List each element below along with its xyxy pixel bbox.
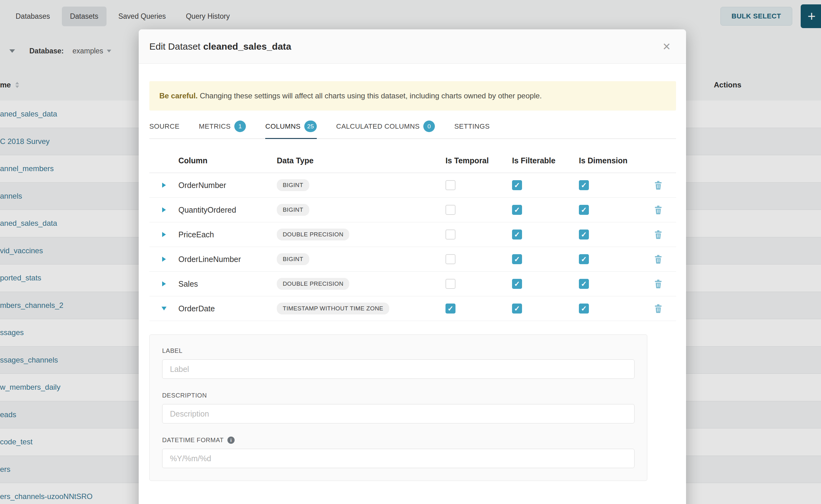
column-row: PriceEach DOUBLE PRECISION	[149, 222, 676, 247]
column-name: OrderNumber	[178, 181, 277, 190]
is-filterable-checkbox[interactable]	[512, 279, 522, 289]
is-temporal-checkbox[interactable]	[446, 304, 456, 314]
is-temporal-checkbox[interactable]	[446, 230, 456, 240]
close-icon[interactable]: ×	[661, 40, 672, 53]
is-dimension-header: Is Dimension	[579, 156, 641, 165]
info-icon[interactable]	[227, 437, 235, 444]
column-name: PriceEach	[178, 230, 277, 239]
is-dimension-checkbox[interactable]	[579, 230, 589, 240]
column-name: QuantityOrdered	[178, 205, 277, 215]
is-temporal-checkbox[interactable]	[446, 254, 456, 264]
is-filterable-checkbox[interactable]	[512, 254, 522, 264]
modal-title-dataset-name: cleaned_sales_data	[203, 41, 291, 52]
is-temporal-checkbox[interactable]	[446, 205, 456, 215]
tab-columns[interactable]: COLUMNS 25	[265, 121, 317, 138]
is-filterable-checkbox[interactable]	[512, 304, 522, 314]
is-dimension-checkbox[interactable]	[579, 205, 589, 215]
collapse-caret-icon[interactable]	[161, 307, 166, 310]
delete-column-icon[interactable]	[654, 230, 662, 239]
is-dimension-checkbox[interactable]	[579, 279, 589, 289]
is-temporal-checkbox[interactable]	[446, 279, 456, 289]
modal-body: Be careful. Changing these settings will…	[139, 64, 686, 481]
delete-column-icon[interactable]	[654, 205, 662, 215]
tab-source[interactable]: SOURCE	[149, 121, 180, 138]
tab-calculated-columns-label: CALCULATED COLUMNS	[336, 122, 420, 131]
warning-banner: Be careful. Changing these settings will…	[149, 81, 676, 111]
column-name: OrderDate	[178, 304, 277, 313]
columns-count-badge: 25	[304, 121, 317, 132]
calculated-columns-count-badge: 0	[423, 121, 435, 132]
expand-caret-icon[interactable]	[162, 207, 166, 212]
tab-metrics-label: METRICS	[199, 122, 231, 131]
is-temporal-checkbox[interactable]	[446, 180, 456, 190]
warning-text: Changing these settings will affect all …	[198, 91, 542, 100]
expand-caret-icon[interactable]	[162, 281, 166, 286]
column-detail-panel: LABEL DESCRIPTION DATETIME FORMAT	[149, 334, 647, 481]
tab-columns-label: COLUMNS	[265, 122, 300, 131]
label-field-label: LABEL	[162, 347, 635, 354]
datetime-format-label-text: DATETIME FORMAT	[162, 437, 224, 444]
is-dimension-checkbox[interactable]	[579, 304, 589, 314]
modal-title-prefix: Edit Dataset	[149, 41, 200, 52]
delete-column-icon[interactable]	[654, 279, 662, 289]
column-row: OrderNumber BIGINT	[149, 173, 676, 198]
label-field: LABEL	[162, 347, 635, 379]
column-name: Sales	[178, 279, 277, 289]
label-input[interactable]	[162, 359, 635, 379]
data-type-header: Data Type	[277, 156, 446, 165]
data-type-pill: BIGINT	[277, 253, 309, 265]
tab-calculated-columns[interactable]: CALCULATED COLUMNS 0	[336, 121, 435, 138]
expand-caret-icon[interactable]	[162, 183, 166, 188]
data-type-pill: BIGINT	[277, 204, 309, 216]
column-row: Sales DOUBLE PRECISION	[149, 272, 676, 296]
tab-metrics[interactable]: METRICS 1	[199, 121, 246, 138]
data-type-pill: DOUBLE PRECISION	[277, 278, 349, 290]
column-name: OrderLineNumber	[178, 255, 277, 264]
column-header: Column	[178, 156, 277, 165]
data-type-pill: DOUBLE PRECISION	[277, 229, 349, 240]
description-field-label: DESCRIPTION	[162, 392, 635, 399]
datetime-format-input[interactable]	[162, 449, 635, 468]
delete-column-icon[interactable]	[654, 255, 662, 264]
delete-column-icon[interactable]	[654, 304, 662, 313]
tab-source-label: SOURCE	[149, 122, 180, 131]
modal-header: Edit Datasetcleaned_sales_data ×	[139, 29, 686, 64]
is-dimension-checkbox[interactable]	[579, 254, 589, 264]
datetime-format-field-label: DATETIME FORMAT	[162, 437, 635, 444]
is-temporal-header: Is Temporal	[446, 156, 512, 165]
is-filterable-header: Is Filterable	[512, 156, 579, 165]
edit-dataset-modal: Edit Datasetcleaned_sales_data × Be care…	[139, 29, 686, 504]
column-row: QuantityOrdered BIGINT	[149, 198, 676, 222]
data-type-pill: TIMESTAMP WITHOUT TIME ZONE	[277, 303, 389, 314]
column-row-expanded: OrderDate TIMESTAMP WITHOUT TIME ZONE	[149, 296, 676, 321]
metrics-count-badge: 1	[234, 121, 246, 132]
modal-title: Edit Datasetcleaned_sales_data	[149, 41, 291, 52]
data-type-pill: BIGINT	[277, 179, 309, 191]
tab-settings-label: SETTINGS	[454, 122, 490, 131]
is-filterable-checkbox[interactable]	[512, 180, 522, 190]
warning-bold-text: Be careful.	[159, 91, 198, 100]
description-field: DESCRIPTION	[162, 392, 635, 423]
description-input[interactable]	[162, 404, 635, 423]
is-dimension-checkbox[interactable]	[579, 180, 589, 190]
modal-tabs: SOURCE METRICS 1 COLUMNS 25 CALCULATED C…	[149, 121, 676, 139]
datetime-format-field: DATETIME FORMAT	[162, 437, 635, 468]
expand-caret-icon[interactable]	[162, 232, 166, 237]
is-filterable-checkbox[interactable]	[512, 230, 522, 240]
delete-column-icon[interactable]	[654, 181, 662, 190]
expand-caret-icon[interactable]	[162, 257, 166, 262]
column-row: OrderLineNumber BIGINT	[149, 247, 676, 272]
tab-settings[interactable]: SETTINGS	[454, 121, 490, 138]
is-filterable-checkbox[interactable]	[512, 205, 522, 215]
columns-table-header: Column Data Type Is Temporal Is Filterab…	[149, 148, 676, 173]
